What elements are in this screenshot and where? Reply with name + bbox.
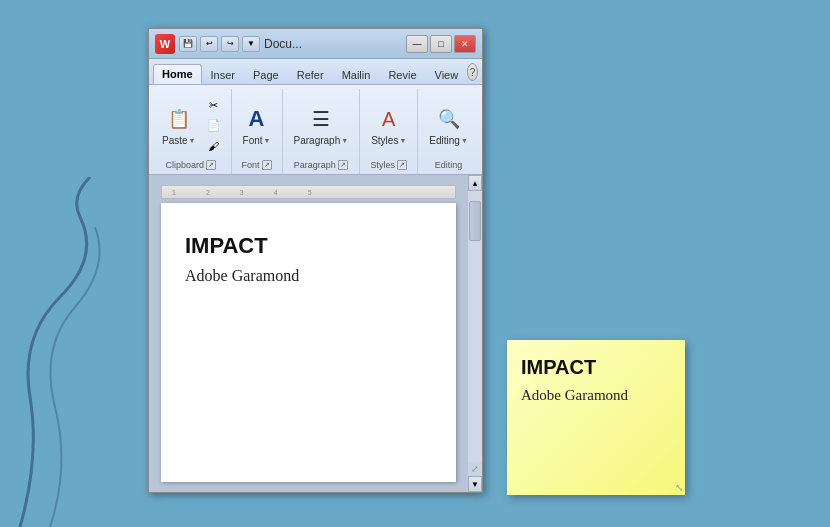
font-expand-btn[interactable]: ↗ <box>262 160 272 170</box>
font-arrow: ▼ <box>264 137 271 144</box>
clipboard-group-label: Clipboard ↗ <box>157 160 225 172</box>
clipboard-buttons: 📋 Paste ▼ ✂ 📄 🖌 <box>157 91 225 160</box>
paragraph-buttons: ☰ Paragraph ▼ <box>289 91 354 160</box>
ribbon-group-editing: 🔍 Editing ▼ Editing <box>418 89 479 174</box>
sticky-impact-text: IMPACT <box>521 356 671 379</box>
format-painter-button[interactable]: 🖌 <box>203 137 225 155</box>
styles-icon: A <box>375 105 403 133</box>
ruler: 1 2 3 4 5 <box>161 185 456 199</box>
close-button[interactable]: ✕ <box>454 35 476 53</box>
tab-home[interactable]: Home <box>153 64 202 84</box>
styles-button[interactable]: A Styles ▼ <box>366 101 411 150</box>
copy-button[interactable]: 📄 <box>203 117 225 135</box>
editing-group-label: Editing <box>424 160 473 172</box>
window-controls: — □ ✕ <box>406 35 476 53</box>
editing-buttons: 🔍 Editing ▼ <box>424 91 473 160</box>
title-bar: W 💾 ↩ ↪ ▼ Docu... — □ ✕ <box>149 29 482 59</box>
styles-label: Styles ▼ <box>371 135 406 146</box>
paste-arrow: ▼ <box>189 137 196 144</box>
font-label: Font ▼ <box>243 135 271 146</box>
editing-icon: 🔍 <box>435 105 463 133</box>
qa-dropdown-btn[interactable]: ▼ <box>242 36 260 52</box>
ribbon-group-clipboard: 📋 Paste ▼ ✂ 📄 🖌 Clipboard ↗ <box>151 89 232 174</box>
sticky-resize-handle[interactable]: ⤡ <box>675 482 683 493</box>
tab-references[interactable]: Refer <box>288 65 333 84</box>
styles-expand-btn[interactable]: ↗ <box>397 160 407 170</box>
word-icon: W <box>155 34 175 54</box>
tab-page[interactable]: Page <box>244 65 288 84</box>
clipboard-expand-btn[interactable]: ↗ <box>206 160 216 170</box>
title-bar-left: W 💾 ↩ ↪ ▼ Docu... <box>155 34 302 54</box>
document-page: IMPACT Adobe Garamond <box>161 203 456 482</box>
cut-button[interactable]: ✂ <box>203 97 225 115</box>
paragraph-icon: ☰ <box>307 105 335 133</box>
window-title: Docu... <box>264 37 302 51</box>
word-icon-letter: W <box>160 38 170 50</box>
minimize-button[interactable]: — <box>406 35 428 53</box>
scroll-thumb[interactable] <box>469 201 481 241</box>
tab-view[interactable]: View <box>426 65 468 84</box>
ribbon-group-styles: A Styles ▼ Styles ↗ <box>360 89 418 174</box>
ribbon-tabs: Home Inser Page Refer Mailin Revie View … <box>149 59 482 85</box>
font-buttons: A Font ▼ <box>238 91 276 160</box>
tab-mailings[interactable]: Mailin <box>333 65 380 84</box>
font-group-label: Font ↗ <box>238 160 276 172</box>
paragraph-expand-btn[interactable]: ↗ <box>338 160 348 170</box>
paste-icon: 📋 <box>165 105 193 133</box>
redo-quick-btn[interactable]: ↪ <box>221 36 239 52</box>
window-content: 1 2 3 4 5 IMPACT Adobe Garamond ▲ ⤢ ▼ <box>149 175 482 492</box>
document-garamond-text: Adobe Garamond <box>185 267 432 285</box>
scroll-corner: ⤢ <box>468 462 482 476</box>
font-icon: A <box>243 105 271 133</box>
document-area: 1 2 3 4 5 IMPACT Adobe Garamond <box>149 175 468 492</box>
document-impact-text: IMPACT <box>185 233 432 259</box>
ribbon-group-paragraph: ☰ Paragraph ▼ Paragraph ↗ <box>283 89 361 174</box>
word-window: W 💾 ↩ ↪ ▼ Docu... — □ ✕ Home Inser Page … <box>148 28 483 493</box>
paragraph-label: Paragraph ▼ <box>294 135 349 146</box>
styles-group-label: Styles ↗ <box>366 160 411 172</box>
font-button[interactable]: A Font ▼ <box>238 101 276 150</box>
scroll-track[interactable] <box>468 191 482 462</box>
quick-access-toolbar: 💾 ↩ ↪ ▼ <box>179 36 260 52</box>
ribbon: 📋 Paste ▼ ✂ 📄 🖌 Clipboard ↗ <box>149 85 482 175</box>
save-quick-btn[interactable]: 💾 <box>179 36 197 52</box>
scroll-down-button[interactable]: ▼ <box>468 476 482 492</box>
sticky-garamond-text: Adobe Garamond <box>521 387 671 404</box>
sticky-note: IMPACT Adobe Garamond ⤡ <box>507 340 685 495</box>
tab-review[interactable]: Revie <box>379 65 425 84</box>
paste-button[interactable]: 📋 Paste ▼ <box>157 101 201 150</box>
maximize-button[interactable]: □ <box>430 35 452 53</box>
help-button[interactable]: ? <box>467 63 478 81</box>
paragraph-group-label: Paragraph ↗ <box>289 160 354 172</box>
vertical-scrollbar: ▲ ⤢ ▼ <box>468 175 482 492</box>
editing-arrow: ▼ <box>461 137 468 144</box>
paragraph-button[interactable]: ☰ Paragraph ▼ <box>289 101 354 150</box>
tab-insert[interactable]: Inser <box>202 65 244 84</box>
scroll-up-button[interactable]: ▲ <box>468 175 482 191</box>
styles-buttons: A Styles ▼ <box>366 91 411 160</box>
editing-label: Editing ▼ <box>429 135 468 146</box>
undo-quick-btn[interactable]: ↩ <box>200 36 218 52</box>
ribbon-group-font: A Font ▼ Font ↗ <box>232 89 283 174</box>
paragraph-arrow: ▼ <box>341 137 348 144</box>
paste-label: Paste ▼ <box>162 135 196 146</box>
styles-arrow: ▼ <box>399 137 406 144</box>
editing-button[interactable]: 🔍 Editing ▼ <box>424 101 473 150</box>
